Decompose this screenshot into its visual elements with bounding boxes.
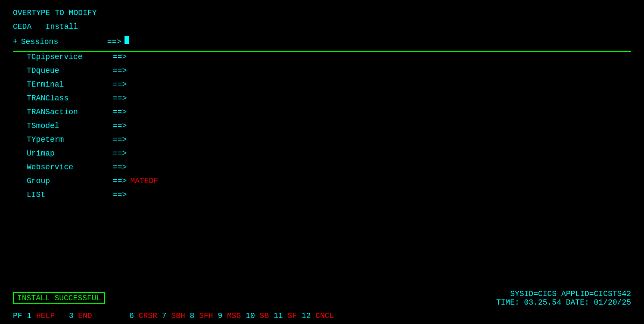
group-arrow: ==>: [113, 177, 127, 185]
terminal-screen: OVERTYPE TO MODIFY CEDA Install + Sessio…: [0, 0, 644, 324]
item-label: Webservice: [27, 163, 113, 171]
pf-spacer2: [92, 312, 129, 320]
pf-spacer: [55, 312, 68, 320]
pf10-label[interactable]: SB: [260, 312, 269, 320]
item-label: TDqueue: [27, 66, 113, 75]
pf6-num: 6: [129, 312, 139, 320]
item-arrow: ==>: [113, 135, 127, 144]
list-item: TYpeterm ==>: [13, 135, 631, 149]
list-item: Webservice ==>: [13, 163, 631, 177]
cursor-indicator: [124, 36, 129, 44]
overtype-label: OVERTYPE TO MODIFY: [13, 9, 96, 17]
item-label: TSmodel: [27, 122, 113, 130]
separator-line: [13, 51, 631, 52]
group-label: Group: [27, 177, 113, 185]
pf1-label[interactable]: HELP: [36, 312, 55, 320]
status-bar: INSTALL SUCCESSFUL SYSID=CICS APPLID=CIC…: [0, 290, 644, 307]
header-line2: CEDA Install: [13, 22, 631, 36]
pf12-num: 12: [302, 312, 315, 320]
sessions-arrow: ==>: [107, 37, 121, 46]
list-arrow: ==>: [113, 190, 127, 199]
item-arrow: ==>: [113, 163, 127, 171]
header-line1: OVERTYPE TO MODIFY: [13, 9, 631, 22]
sessions-label: Sessions: [21, 37, 107, 46]
item-label: TCpipservice: [27, 53, 113, 61]
pf12-label[interactable]: CNCL: [315, 312, 334, 320]
list-item: TSmodel ==>: [13, 122, 631, 135]
item-arrow: ==>: [113, 94, 127, 103]
item-arrow: ==>: [113, 149, 127, 158]
pf7-num: 7: [162, 312, 171, 320]
item-arrow: ==>: [113, 80, 127, 89]
pf-key-bar: PF 1 HELP 3 END 6 CRSR 7 SBH 8 SFH 9 MSG…: [0, 308, 644, 324]
time-line: TIME: 03.25.54 DATE: 01/20/25: [496, 298, 631, 307]
list-item: Urimap ==>: [13, 149, 631, 163]
group-line: Group ==> MATEDF: [13, 177, 631, 190]
list-item: TRANClass ==>: [13, 94, 631, 108]
pf9-num: 9: [218, 312, 227, 320]
pf-spacer7: [269, 312, 274, 320]
item-arrow: ==>: [113, 122, 127, 130]
sysid-line: SYSID=CICS APPLID=CICSTS42: [496, 290, 631, 298]
list-item: TCpipservice ==>: [13, 53, 631, 66]
pf9-label[interactable]: MSG: [227, 312, 241, 320]
pf-spacer4: [185, 312, 190, 320]
item-arrow: ==>: [113, 66, 127, 75]
pf-spacer6: [241, 312, 246, 320]
pf-prefix: PF: [13, 312, 27, 320]
pf10-num: 10: [246, 312, 259, 320]
item-label: TRANSaction: [27, 108, 113, 116]
pf6-label[interactable]: CRSR: [139, 312, 157, 320]
pf-spacer8: [297, 312, 302, 320]
item-label: TErminal: [27, 80, 113, 89]
list-item: TDqueue ==>: [13, 66, 631, 80]
list-item: TErminal ==>: [13, 80, 631, 94]
item-label: TRANClass: [27, 94, 113, 103]
pf8-label[interactable]: SFH: [199, 312, 213, 320]
pf-spacer3: [157, 312, 162, 320]
item-arrow: ==>: [113, 53, 127, 61]
ceda-install-label: CEDA Install: [13, 22, 78, 31]
list-label: LISt: [27, 190, 113, 199]
item-label: Urimap: [27, 149, 113, 158]
pf7-label[interactable]: SBH: [171, 312, 185, 320]
pf3-label[interactable]: END: [78, 312, 92, 320]
plus-marker: +: [13, 37, 18, 46]
list-line: LISt ==>: [13, 190, 631, 204]
pf3-num: 3: [69, 312, 78, 320]
list-item: TRANSaction ==>: [13, 108, 631, 122]
sysid-info: SYSID=CICS APPLID=CICSTS42 TIME: 03.25.5…: [496, 290, 631, 307]
pf-spacer5: [213, 312, 218, 320]
install-success-message: INSTALL SUCCESSFUL: [13, 292, 105, 304]
group-value[interactable]: MATEDF: [130, 177, 158, 185]
sessions-line: + Sessions ==>: [13, 36, 631, 50]
pf8-num: 8: [190, 312, 199, 320]
pf11-num: 11: [274, 312, 287, 320]
item-arrow: ==>: [113, 108, 127, 116]
item-label: TYpeterm: [27, 135, 113, 144]
pf1-num: 1: [27, 312, 36, 320]
pf11-label[interactable]: SF: [287, 312, 297, 320]
